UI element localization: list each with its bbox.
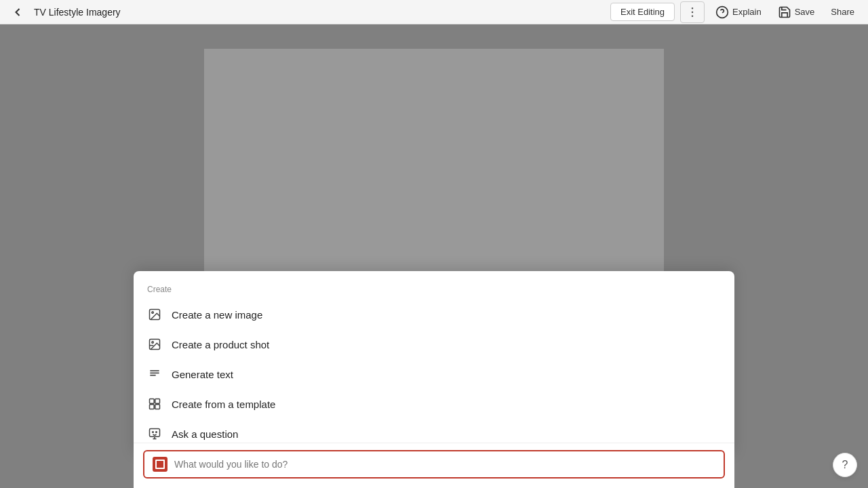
svg-rect-14 <box>155 399 160 404</box>
header-left: TV Lifestyle Imagery <box>8 3 610 22</box>
svg-point-21 <box>156 432 157 433</box>
create-new-image-item[interactable]: Create a new image <box>134 300 734 329</box>
create-section-label: Create <box>134 285 734 300</box>
svg-point-6 <box>152 312 154 314</box>
save-button[interactable]: Save <box>772 3 821 22</box>
explain-label: Explain <box>732 7 762 17</box>
svg-point-0 <box>692 7 694 8</box>
share-button[interactable]: Share <box>825 4 860 20</box>
input-bar <box>143 450 725 479</box>
svg-point-2 <box>692 15 694 17</box>
generate-text-label: Generate text <box>172 369 233 380</box>
svg-rect-16 <box>155 405 160 409</box>
app-header: TV Lifestyle Imagery Exit Editing Explai… <box>0 0 868 24</box>
create-product-shot-label: Create a product shot <box>172 339 269 350</box>
create-from-template-item[interactable]: Create from a template <box>134 389 734 419</box>
help-button[interactable]: ? <box>833 453 857 477</box>
more-options-button[interactable] <box>680 1 705 23</box>
help-icon: ? <box>842 459 848 471</box>
input-ai-icon <box>153 457 167 472</box>
create-from-template-label: Create from a template <box>172 399 275 410</box>
input-bar-container <box>134 443 734 488</box>
question-icon <box>147 426 162 441</box>
back-button[interactable] <box>8 3 27 22</box>
text-lines-icon <box>147 367 162 382</box>
exit-editing-button[interactable]: Exit Editing <box>610 3 675 21</box>
svg-point-20 <box>153 432 154 433</box>
product-icon <box>147 337 162 352</box>
header-right: Exit Editing Explain Save Share <box>610 1 860 23</box>
svg-rect-13 <box>150 399 155 404</box>
generate-text-item[interactable]: Generate text <box>134 359 734 389</box>
svg-point-8 <box>152 342 154 344</box>
page-title: TV Lifestyle Imagery <box>34 7 121 18</box>
explain-button[interactable]: Explain <box>710 3 767 22</box>
ask-question-label: Ask a question <box>172 428 238 440</box>
image-icon <box>147 307 162 322</box>
prompt-input[interactable] <box>174 459 715 470</box>
save-label: Save <box>795 7 815 17</box>
svg-point-1 <box>692 11 694 13</box>
create-product-shot-item[interactable]: Create a product shot <box>134 329 734 359</box>
create-panel: Create Create a new image Create a produ… <box>134 271 734 455</box>
svg-rect-15 <box>150 405 155 409</box>
create-new-image-label: Create a new image <box>172 309 262 321</box>
template-icon <box>147 396 162 411</box>
